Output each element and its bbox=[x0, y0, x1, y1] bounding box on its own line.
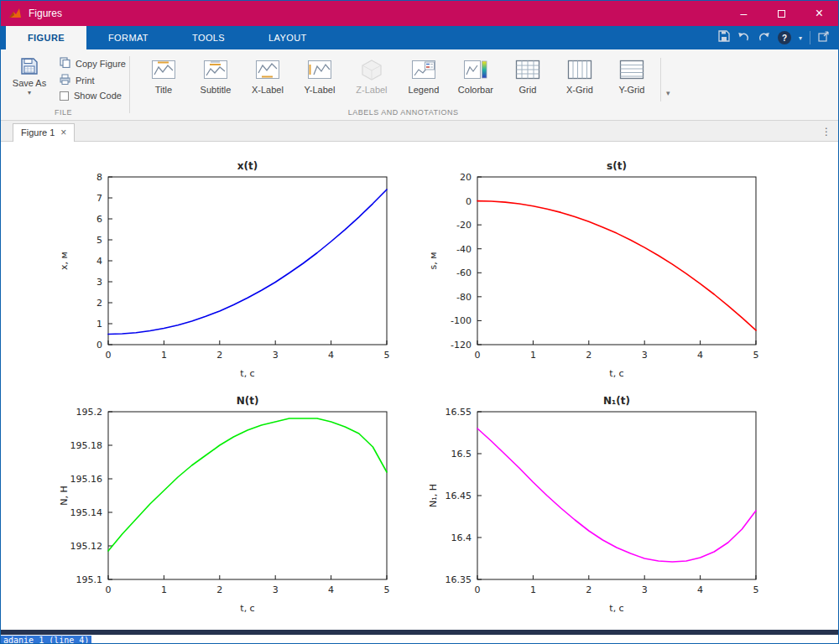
figure-canvas: 012345012345678x(t)t, cx, м 012345-120-1… bbox=[1, 142, 838, 630]
undock-icon[interactable] bbox=[818, 30, 830, 45]
titlebar: Figures – × bbox=[1, 1, 838, 26]
figures-window: Figures – × FIGURE FORMAT TOOLS LAYOUT ?… bbox=[0, 0, 839, 644]
undo-icon[interactable] bbox=[737, 30, 750, 45]
svg-text:s(t): s(t) bbox=[607, 160, 627, 172]
x-grid-label: X-Grid bbox=[566, 85, 593, 95]
grid-icon bbox=[515, 58, 540, 81]
copy-figure-button[interactable]: Copy Figure bbox=[60, 57, 126, 70]
annotations-separator bbox=[660, 58, 661, 101]
z-label-button[interactable]: Z-Label bbox=[347, 55, 397, 95]
y-label-button[interactable]: Y-Label bbox=[294, 55, 345, 95]
legend-label: Legend bbox=[409, 85, 440, 95]
svg-text:16.45: 16.45 bbox=[446, 491, 472, 501]
svg-text:16.55: 16.55 bbox=[446, 407, 472, 418]
y-grid-label: Y-Grid bbox=[619, 85, 645, 95]
save-icon[interactable] bbox=[718, 30, 730, 45]
copy-icon bbox=[60, 57, 70, 70]
svg-text:0: 0 bbox=[475, 584, 481, 595]
title-icon bbox=[151, 58, 176, 81]
tab-layout[interactable]: LAYOUT bbox=[247, 26, 329, 49]
svg-text:1: 1 bbox=[96, 319, 102, 330]
x-grid-button[interactable]: X-Grid bbox=[555, 55, 605, 95]
tab-figure[interactable]: FIGURE bbox=[6, 26, 86, 49]
svg-text:4: 4 bbox=[697, 350, 703, 361]
file-group: Save As ▾ Copy Figure Print Show Code bbox=[1, 49, 126, 120]
save-as-icon bbox=[19, 56, 39, 78]
save-as-button[interactable]: Save As ▾ bbox=[8, 55, 51, 96]
figure-tab-label: Figure 1 bbox=[21, 127, 55, 138]
svg-text:195.14: 195.14 bbox=[70, 507, 103, 518]
annotations-more-icon[interactable]: ▾ bbox=[664, 65, 674, 97]
chart-N₁(t): 01234516.3516.416.4516.516.55N₁(t)t, cN₁… bbox=[423, 393, 792, 620]
help-dropdown-icon[interactable]: ▾ bbox=[799, 34, 802, 42]
svg-text:2: 2 bbox=[586, 584, 591, 595]
svg-text:0: 0 bbox=[475, 350, 481, 361]
svg-text:5: 5 bbox=[96, 235, 102, 246]
svg-text:t, c: t, c bbox=[609, 603, 623, 614]
y-grid-icon bbox=[619, 58, 644, 81]
svg-text:4: 4 bbox=[328, 584, 334, 595]
legend-icon bbox=[411, 58, 436, 81]
svg-text:3: 3 bbox=[96, 277, 102, 288]
z-label-icon bbox=[359, 58, 384, 81]
close-button[interactable]: × bbox=[800, 1, 838, 26]
svg-text:-40: -40 bbox=[456, 244, 472, 255]
show-code-label: Show Code bbox=[74, 91, 122, 101]
svg-text:16.35: 16.35 bbox=[446, 574, 472, 585]
svg-text:3: 3 bbox=[642, 350, 648, 361]
svg-text:N(t): N(t) bbox=[237, 395, 259, 407]
title-button[interactable]: Title bbox=[138, 55, 189, 95]
svg-text:1: 1 bbox=[530, 584, 536, 595]
status-strip: adanie_1 (line 4) bbox=[1, 630, 838, 644]
print-button[interactable]: Print bbox=[60, 74, 126, 86]
svg-text:195.18: 195.18 bbox=[70, 440, 103, 451]
svg-text:-20: -20 bbox=[456, 220, 472, 231]
save-as-label: Save As bbox=[13, 78, 46, 88]
figure-tab[interactable]: Figure 1 × bbox=[13, 123, 75, 142]
title-label: Title bbox=[155, 85, 172, 95]
tab-options-icon[interactable]: ⋮ bbox=[821, 126, 831, 138]
help-icon[interactable]: ? bbox=[778, 31, 791, 44]
colorbar-button[interactable]: Colorbar bbox=[451, 55, 501, 95]
show-code-checkbox[interactable]: Show Code bbox=[60, 91, 126, 101]
file-group-label: FILE bbox=[1, 108, 126, 120]
svg-text:x(t): x(t) bbox=[237, 160, 258, 172]
y-grid-button[interactable]: Y-Grid bbox=[607, 55, 657, 95]
svg-text:-80: -80 bbox=[456, 292, 472, 303]
svg-text:-60: -60 bbox=[456, 267, 472, 278]
svg-text:3: 3 bbox=[642, 584, 648, 595]
close-figure-tab-button[interactable]: × bbox=[60, 127, 66, 138]
print-label: Print bbox=[76, 75, 95, 86]
redo-icon[interactable] bbox=[758, 30, 770, 45]
svg-text:0: 0 bbox=[106, 350, 112, 361]
y-label-label: Y-Label bbox=[304, 85, 335, 95]
tab-tools[interactable]: TOOLS bbox=[170, 26, 247, 49]
minimize-button[interactable]: – bbox=[725, 1, 763, 26]
legend-button[interactable]: Legend bbox=[399, 55, 449, 95]
svg-text:4: 4 bbox=[96, 256, 102, 267]
svg-text:5: 5 bbox=[753, 350, 759, 361]
svg-text:8: 8 bbox=[96, 172, 102, 183]
chart-x(t): 012345012345678x(t)t, cx, м bbox=[54, 158, 423, 385]
svg-text:0: 0 bbox=[106, 584, 112, 595]
svg-text:x, м: x, м bbox=[59, 252, 70, 270]
save-as-caret-icon: ▾ bbox=[28, 89, 31, 96]
status-text-row: adanie_1 (line 4) bbox=[1, 635, 838, 644]
svg-text:t, c: t, c bbox=[240, 603, 254, 614]
chart-N(t): 012345195.1195.12195.14195.16195.18195.2… bbox=[54, 393, 423, 620]
svg-text:2: 2 bbox=[96, 298, 102, 309]
svg-text:5: 5 bbox=[384, 350, 390, 361]
subtitle-button[interactable]: Subtitle bbox=[190, 55, 241, 95]
svg-text:4: 4 bbox=[328, 350, 334, 361]
maximize-button[interactable] bbox=[763, 1, 800, 26]
x-label-button[interactable]: X-Label bbox=[242, 55, 293, 95]
quick-access-toolbar: ? ▾ bbox=[718, 26, 830, 49]
printer-icon bbox=[60, 74, 70, 86]
annotations-group-label: LABELS AND ANNOTATIONS bbox=[133, 108, 674, 120]
checkbox-icon bbox=[60, 91, 69, 101]
grid-button[interactable]: Grid bbox=[503, 55, 553, 95]
error-link-text[interactable]: adanie_1 (line 4) bbox=[1, 636, 91, 644]
tab-format[interactable]: FORMAT bbox=[86, 26, 170, 49]
subtitle-label: Subtitle bbox=[201, 85, 232, 95]
svg-text:195.1: 195.1 bbox=[76, 574, 103, 585]
